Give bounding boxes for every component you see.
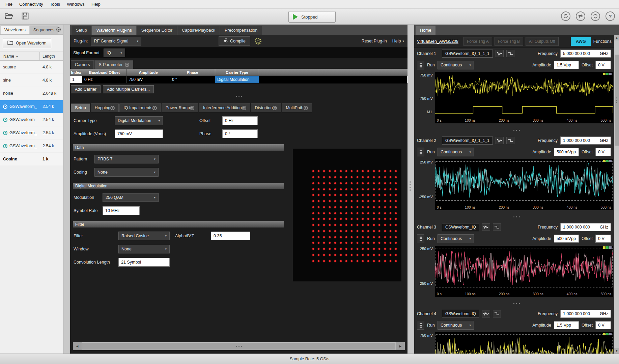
connect-instrument-icon[interactable] bbox=[561, 11, 570, 21]
amplitude-input[interactable]: 1.5 Vpp bbox=[554, 321, 579, 329]
all-outputs-off-button[interactable]: All Outputs Off bbox=[526, 37, 559, 46]
phase-input[interactable]: 0 ° bbox=[222, 129, 258, 138]
frequency-input[interactable]: 5.000 000 000GHz bbox=[560, 50, 611, 58]
column-name[interactable]: Name bbox=[0, 52, 40, 60]
frequency-input[interactable]: 1.000 000 000GHz bbox=[560, 136, 611, 145]
force-trig-b-button[interactable]: Force Trig B bbox=[495, 37, 523, 46]
menu-file[interactable]: File bbox=[2, 1, 16, 8]
channel-splitter[interactable] bbox=[414, 299, 619, 308]
sync-icon[interactable] bbox=[576, 11, 585, 21]
list-item[interactable]: square 4.8 k bbox=[0, 61, 63, 74]
marker-icon[interactable] bbox=[493, 310, 501, 317]
toggle-icon[interactable] bbox=[304, 106, 308, 110]
list-item[interactable]: noise 2.048 k bbox=[0, 87, 63, 100]
help-icon[interactable] bbox=[606, 11, 615, 21]
carrier-type-select[interactable]: Digital Modulation bbox=[115, 116, 163, 125]
panel-splitter[interactable] bbox=[410, 181, 411, 191]
offset-input[interactable]: 0 V bbox=[595, 61, 611, 69]
marker-icon[interactable] bbox=[506, 50, 514, 57]
amplitude-input[interactable]: 750 mV bbox=[115, 129, 163, 138]
offset-input[interactable]: 0 Hz bbox=[222, 116, 258, 125]
marker-icon[interactable] bbox=[506, 137, 514, 144]
toggle-icon[interactable] bbox=[190, 106, 194, 110]
plugin-select[interactable]: RF Generic Signal bbox=[91, 37, 141, 46]
channel-waveform-input[interactable]: GSWaveform_IQ_1_1_1 bbox=[442, 136, 493, 145]
channel-waveform-input[interactable]: GSWaveform_IQ bbox=[442, 223, 479, 231]
scroll-right-icon[interactable] bbox=[396, 342, 405, 350]
tab-setup[interactable]: Setup bbox=[72, 26, 91, 35]
plot-zoom-icons[interactable] bbox=[603, 333, 612, 335]
channel-waveform-input[interactable]: GSWaveform_IQ bbox=[442, 310, 479, 318]
open-waveform-button[interactable]: Open Waveform bbox=[3, 38, 51, 48]
reset-plugin-button[interactable]: Reset Plug-in bbox=[362, 39, 387, 43]
channel-output-button[interactable] bbox=[417, 321, 424, 330]
pattern-select[interactable]: PRBS 7 bbox=[94, 155, 159, 163]
plugin-help-button[interactable]: Help bbox=[392, 39, 404, 43]
splitter-handle[interactable] bbox=[70, 93, 407, 99]
tab-waveforms[interactable]: Waveforms bbox=[1, 26, 29, 34]
amplitude-input[interactable]: 1.5 Vpp bbox=[554, 61, 579, 69]
pin-icon[interactable] bbox=[56, 27, 61, 32]
subtab-power-ramp[interactable]: Power Ramp bbox=[162, 103, 198, 112]
run-state-button[interactable]: Stopped bbox=[288, 11, 336, 23]
plot-zoom-icons[interactable] bbox=[603, 160, 612, 162]
run-mode-select[interactable]: Continuous bbox=[438, 234, 474, 243]
offset-input[interactable]: 0 V bbox=[595, 321, 611, 329]
channel-output-button[interactable] bbox=[417, 148, 424, 156]
list-item[interactable]: GSWaveform_ 2.54 k bbox=[0, 113, 63, 126]
list-item[interactable]: Cosine 1 k bbox=[0, 153, 63, 166]
coding-select[interactable]: None bbox=[94, 168, 159, 177]
subtab-multipath[interactable]: MultiPath bbox=[282, 103, 312, 112]
force-trig-a-button[interactable]: Force Trig A bbox=[463, 37, 492, 46]
subtab-distortion[interactable]: Distortion bbox=[251, 103, 281, 112]
table-row[interactable]: 1 0 Hz 750 mV 0 ° Digital Modulation bbox=[70, 76, 407, 83]
filter-select[interactable]: Raised Cosine bbox=[118, 232, 170, 240]
menu-help[interactable]: Help bbox=[88, 1, 104, 8]
signal-format-select[interactable]: IQ bbox=[104, 49, 125, 57]
refresh-icon[interactable] bbox=[591, 11, 600, 21]
convolution-length-input[interactable]: 21 Symbol bbox=[118, 258, 170, 267]
tab-capture-playback[interactable]: Capture/Playback bbox=[177, 26, 220, 35]
column-length[interactable]: Length bbox=[40, 54, 55, 59]
subtab-setup[interactable]: Setup bbox=[71, 103, 90, 112]
scroll-left-icon[interactable] bbox=[73, 342, 82, 350]
offset-input[interactable]: 0 V bbox=[595, 148, 611, 156]
tab-precompensation[interactable]: Precompensation bbox=[220, 26, 262, 35]
gear-icon[interactable] bbox=[254, 37, 262, 46]
scrollbar-thumb[interactable] bbox=[615, 55, 619, 146]
compile-button[interactable]: Compile bbox=[219, 36, 250, 46]
list-item[interactable]: GSWaveform_ 2.54 k bbox=[0, 126, 63, 140]
add-carrier-button[interactable]: Add Carrier bbox=[71, 85, 101, 93]
scroll-up-icon[interactable] bbox=[614, 35, 619, 40]
symbol-rate-input[interactable]: 10 MHz bbox=[103, 206, 140, 215]
frequency-input[interactable]: 1.000 000 000GHz bbox=[560, 310, 611, 318]
alpha-input[interactable]: 0.35 bbox=[211, 232, 250, 240]
tab-carriers[interactable]: Carriers bbox=[71, 60, 94, 69]
amplitude-input[interactable]: 500 mVpp bbox=[554, 235, 579, 243]
frequency-input[interactable]: 1.000 000 000GHz bbox=[560, 223, 611, 231]
plot-zoom-icons[interactable] bbox=[603, 246, 612, 249]
save-button[interactable] bbox=[19, 11, 31, 22]
toggle-icon[interactable] bbox=[125, 63, 129, 67]
amplitude-input[interactable]: 500 mVpp bbox=[554, 148, 579, 156]
horizontal-scrollbar[interactable] bbox=[73, 342, 405, 350]
run-mode-select[interactable]: Continuous bbox=[438, 148, 474, 156]
waveform-icon[interactable] bbox=[482, 223, 490, 231]
channel-output-button[interactable] bbox=[417, 61, 424, 69]
offset-input[interactable]: 0 V bbox=[595, 235, 611, 243]
awg-button[interactable]: AWG bbox=[571, 37, 591, 46]
toggle-icon[interactable] bbox=[110, 106, 115, 110]
list-item[interactable]: GSWaveform_ 2.54 k bbox=[0, 140, 63, 153]
tab-home[interactable]: Home bbox=[416, 26, 435, 35]
vertical-scrollbar[interactable] bbox=[614, 35, 619, 354]
scroll-down-icon[interactable] bbox=[614, 348, 619, 354]
channel-splitter[interactable] bbox=[414, 125, 619, 135]
list-item[interactable]: sine 4.8 k bbox=[0, 74, 63, 87]
menu-windows[interactable]: Windows bbox=[63, 1, 88, 8]
channel-splitter[interactable] bbox=[414, 212, 619, 221]
tab-waveform-plugins[interactable]: Waveform Plug-ins bbox=[92, 26, 136, 35]
functions-button[interactable]: Functions bbox=[593, 39, 612, 44]
modulation-select[interactable]: 256 QAM bbox=[103, 193, 159, 202]
window-select[interactable]: None bbox=[118, 245, 170, 253]
menu-connectivity[interactable]: Connectivity bbox=[16, 1, 47, 8]
